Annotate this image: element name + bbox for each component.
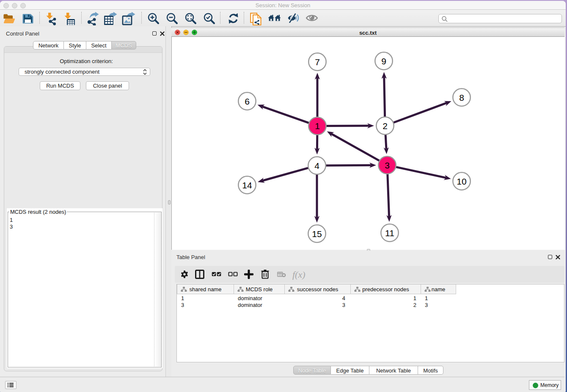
- svg-text:8: 8: [459, 93, 464, 102]
- svg-text:6: 6: [245, 97, 250, 106]
- svg-text:9: 9: [381, 56, 386, 66]
- svg-text:15: 15: [312, 229, 322, 239]
- svg-text:2: 2: [383, 121, 388, 131]
- svg-text:7: 7: [315, 57, 320, 67]
- svg-text:4: 4: [314, 161, 319, 171]
- svg-text:14: 14: [242, 180, 252, 190]
- svg-text:10: 10: [457, 177, 466, 186]
- svg-text:3: 3: [385, 160, 390, 170]
- svg-text:1: 1: [315, 121, 320, 131]
- svg-text:11: 11: [385, 228, 394, 238]
